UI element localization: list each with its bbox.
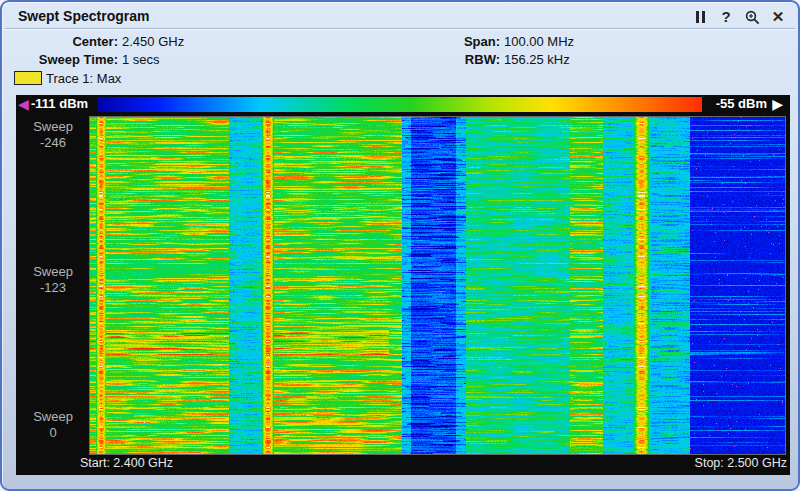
help-icon[interactable]: ?: [718, 9, 734, 25]
sweep-time-value[interactable]: 1 secs: [118, 51, 160, 69]
zoom-in-icon[interactable]: [744, 9, 760, 25]
colorbar-min-arrow-icon[interactable]: ◀: [18, 95, 29, 113]
colorbar-max-arrow-icon[interactable]: ▶: [772, 95, 783, 113]
titlebar-separator: [5, 28, 795, 30]
spectrogram-canvas[interactable]: [90, 117, 785, 454]
settings-left-column: Center: 2.450 GHz Sweep Time: 1 secs: [10, 33, 184, 69]
span-label: Span:: [432, 33, 500, 51]
trace-label: Trace 1: Max: [46, 71, 121, 86]
rbw-row: RBW: 156.25 kHz: [432, 51, 574, 69]
colorbar-gradient[interactable]: [97, 97, 702, 112]
window-controls: ? ✕: [692, 9, 786, 25]
sweep-time-row: Sweep Time: 1 secs: [10, 51, 184, 69]
colorbar-min-label: -111 dBm: [31, 96, 88, 112]
rbw-value[interactable]: 156.25 kHz: [500, 51, 570, 69]
center-label: Center:: [10, 33, 118, 51]
sweep-axis-tick: Sweep 0: [16, 409, 90, 441]
sweep-time-label: Sweep Time:: [10, 51, 118, 69]
span-value[interactable]: 100.00 MHz: [500, 33, 574, 51]
sweep-axis-tick: Sweep -246: [16, 119, 90, 151]
center-value[interactable]: 2.450 GHz: [118, 33, 184, 51]
close-icon[interactable]: ✕: [770, 9, 786, 25]
trace-color-swatch: [14, 71, 42, 85]
pause-icon[interactable]: [692, 9, 708, 25]
page-title: Swept Spectrogram: [18, 8, 149, 24]
sweep-axis-tick: Sweep -123: [16, 264, 90, 296]
start-frequency-label: Start: 2.400 GHz: [80, 456, 173, 470]
settings-right-column: Span: 100.00 MHz RBW: 156.25 kHz: [432, 33, 574, 69]
colorbar-max-label: -55 dBm: [716, 96, 767, 112]
center-frequency-row: Center: 2.450 GHz: [10, 33, 184, 51]
span-row: Span: 100.00 MHz: [432, 33, 574, 51]
rbw-label: RBW:: [432, 51, 500, 69]
spectrogram-panel: ◀ -111 dBm -55 dBm ▶ Sweep -246 Sweep -1…: [16, 95, 790, 475]
stop-frequency-label: Stop: 2.500 GHz: [695, 456, 787, 470]
trace-legend[interactable]: Trace 1: Max: [14, 70, 121, 86]
spectrogram-display[interactable]: [89, 116, 786, 455]
swept-spectrogram-window: Swept Spectrogram ? ✕ Center: 2.450 GHz …: [0, 0, 800, 491]
